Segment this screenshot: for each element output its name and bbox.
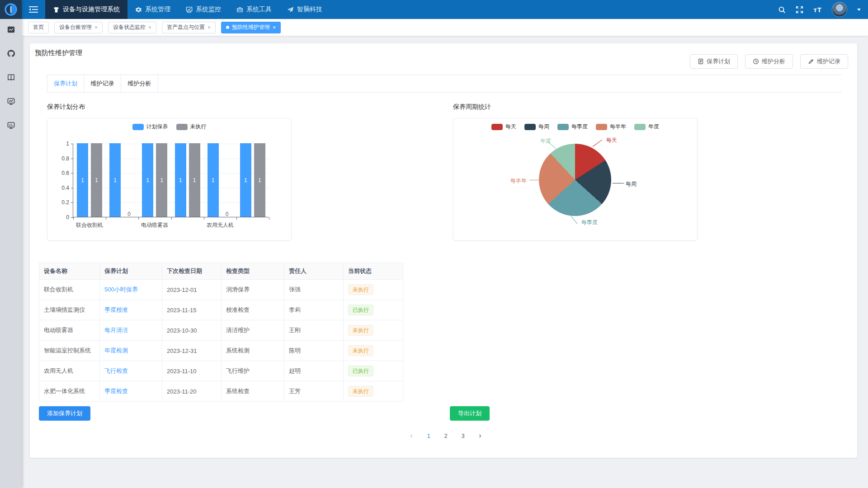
tab-maintenance-records[interactable]: 维护记录 — [84, 75, 121, 92]
tab-maintenance-plan[interactable]: 保养计划 — [47, 75, 84, 92]
plan-link[interactable]: 季度检查 — [104, 387, 128, 395]
x-axis-label: 电动喷雾器 — [141, 221, 168, 229]
page-title: 预防性维护管理 — [35, 49, 82, 57]
pie-label-line — [593, 140, 603, 147]
menu-item-label: 设备与设施管理系统 — [63, 5, 120, 14]
page-button-1[interactable]: 1 — [423, 430, 434, 441]
menu-item-equipment-system[interactable]: 设备与设施管理系统 — [45, 0, 127, 19]
page-button-3[interactable]: 3 — [458, 430, 468, 441]
legend-unexecuted[interactable]: 未执行 — [176, 123, 207, 131]
bar-chart-title: 保养计划分布 — [47, 103, 85, 111]
add-maintenance-plan-button[interactable]: 添加保养计划 — [39, 406, 90, 421]
column-header: 责任人 — [284, 263, 344, 279]
column-header: 设备名称 — [39, 263, 100, 279]
table-body: 联合收割机 500小时保养 2023-12-01 润滑保养 张强 未执行 土壤墒… — [39, 280, 403, 402]
app-logo[interactable] — [0, 0, 22, 19]
bar-计划保养-土壤墒情监测仪: 1 — [109, 143, 121, 217]
x-tick — [269, 217, 269, 220]
pie-chart[interactable] — [539, 144, 611, 216]
export-plan-button[interactable]: 导出计划 — [450, 406, 490, 421]
legend-label: 未执行 — [190, 123, 207, 131]
menu-item-system-tools[interactable]: 系统工具 — [229, 0, 279, 19]
bar-zero-label: 0 — [226, 211, 229, 217]
plan-link[interactable]: 年度检测 — [104, 347, 128, 355]
pie-slice-label: 每天 — [606, 136, 617, 144]
check-type-cell: 飞行维护 — [222, 361, 284, 381]
bar-计划保养-水肥一体化系统: 1 — [240, 143, 251, 217]
plan-link[interactable]: 每月清洁 — [104, 326, 128, 334]
y-tick — [71, 202, 73, 203]
page-header-actions: 保养计划 维护分析 维护记录 — [690, 54, 848, 69]
font-size-icon[interactable]: тT — [813, 6, 822, 14]
maintenance-analysis-button[interactable]: 维护分析 — [745, 54, 793, 69]
dashboard-icon[interactable] — [7, 121, 15, 131]
tab-maintenance-analysis[interactable]: 维护分析 — [121, 75, 158, 92]
next-date-cell: 2023-12-31 — [162, 341, 222, 361]
search-icon[interactable] — [778, 6, 786, 14]
book-icon[interactable] — [7, 73, 15, 83]
top-navigation-bar: 设备与设施管理系统 系统管理 系统监控 系统工具 智脑科技 тT — [22, 0, 868, 19]
legend-label: 年度 — [648, 123, 659, 131]
github-icon[interactable] — [7, 49, 15, 59]
menu-item-label: 系统监控 — [196, 5, 221, 14]
tag-equipment-status[interactable]: 设备状态监控× — [108, 22, 156, 33]
left-sidebar — [0, 0, 22, 488]
image-chart-icon[interactable] — [7, 25, 15, 35]
column-header: 检查类型 — [222, 263, 284, 279]
device-cell: 智能温室控制系统 — [39, 341, 100, 361]
close-icon[interactable]: × — [148, 25, 151, 30]
tag-label: 首页 — [33, 23, 44, 31]
tag-preventive-maintenance[interactable]: 预防性维护管理× — [221, 22, 281, 33]
legend-swatch — [132, 124, 144, 130]
legend-planned[interactable]: 计划保养 — [132, 123, 168, 131]
user-avatar[interactable] — [832, 2, 847, 17]
close-icon[interactable]: × — [208, 25, 211, 30]
pie-slice-label: 每半年 — [504, 177, 527, 185]
tag-home[interactable]: 首页 — [28, 22, 49, 33]
status-badge: 未执行 — [348, 345, 373, 356]
page-button-2[interactable]: 2 — [440, 430, 451, 441]
status-badge: 未执行 — [348, 284, 373, 295]
status-badge: 已执行 — [348, 366, 373, 376]
x-tick — [171, 217, 172, 220]
tag-equipment-ledger[interactable]: 设备台账管理× — [54, 22, 103, 33]
tag-label: 设备状态监控 — [113, 23, 146, 31]
bar-value-label: 1 — [212, 177, 215, 183]
pie-label-line — [613, 183, 624, 183]
legend-quarterly[interactable]: 每季度 — [557, 123, 588, 131]
bar-未执行-智能温室控制系统: 1 — [189, 143, 200, 217]
pie-label-line — [529, 180, 539, 180]
legend-daily[interactable]: 每天 — [491, 123, 516, 131]
legend-annual[interactable]: 年度 — [634, 123, 659, 131]
legend-weekly[interactable]: 每周 — [524, 123, 549, 131]
table-header-row: 设备名称 保养计划 下次检查日期 检查类型 责任人 当前状态 — [39, 263, 403, 280]
y-tick — [71, 173, 73, 174]
close-icon[interactable]: × — [94, 25, 98, 30]
next-page-button[interactable]: › — [475, 430, 486, 441]
logo-icon — [4, 2, 18, 17]
close-icon[interactable]: × — [273, 25, 276, 30]
legend-label: 每半年 — [610, 123, 626, 131]
bar-计划保养-智能温室控制系统: 1 — [175, 143, 186, 217]
owner-cell: 赵明 — [284, 361, 344, 381]
pie-slice-label: 每周 — [626, 180, 637, 188]
next-date-cell: 2023-11-10 — [162, 361, 222, 381]
main-content-card: 预防性维护管理 保养计划 维护分析 维护记录 保养计划 维护记录 维护分析 保养… — [30, 43, 857, 458]
bar-计划保养-电动喷雾器: 1 — [142, 143, 153, 217]
plan-link[interactable]: 500小时保养 — [104, 286, 138, 294]
tag-asset-inventory[interactable]: 资产盘点与位置× — [162, 22, 216, 33]
chevron-down-icon[interactable] — [857, 9, 861, 11]
plan-link[interactable]: 飞行检查 — [104, 367, 128, 375]
bar-未执行-联合收割机: 1 — [91, 143, 102, 217]
fullscreen-icon[interactable] — [796, 6, 803, 14]
sidebar-collapse-button[interactable] — [22, 0, 45, 19]
menu-item-zhinao-tech[interactable]: 智脑科技 — [279, 0, 330, 19]
maintenance-records-button[interactable]: 维护记录 — [800, 54, 848, 69]
menu-item-system-monitor[interactable]: 系统监控 — [178, 0, 229, 19]
plan-link[interactable]: 季度校准 — [104, 306, 128, 314]
prev-page-button[interactable]: ‹ — [406, 430, 417, 441]
legend-semiannual[interactable]: 每半年 — [596, 123, 626, 131]
monitor-chart-icon[interactable] — [7, 97, 15, 107]
maintenance-plan-button[interactable]: 保养计划 — [690, 54, 738, 69]
menu-item-system-management[interactable]: 系统管理 — [127, 0, 178, 19]
